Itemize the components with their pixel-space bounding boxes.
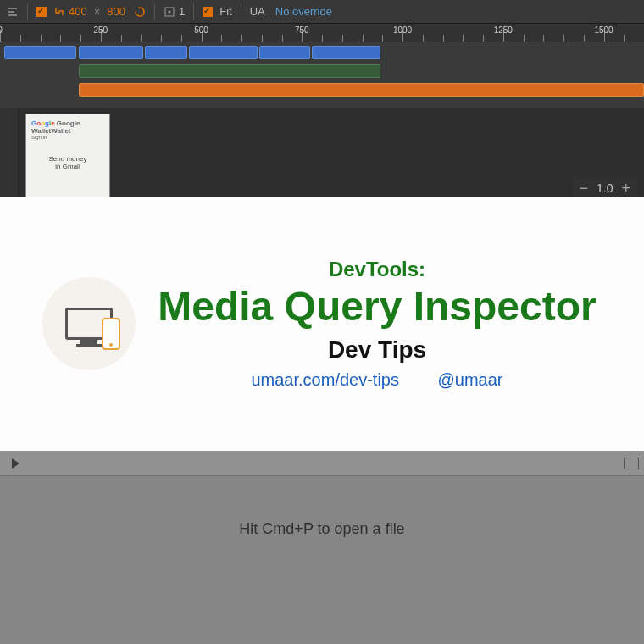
media-query-bars[interactable] bbox=[0, 42, 644, 108]
ua-dropdown[interactable]: No override bbox=[275, 5, 332, 18]
card-headline: Media Query Inspector bbox=[136, 285, 619, 330]
height-input[interactable]: 800 bbox=[107, 5, 125, 18]
panel-layout-button[interactable] bbox=[624, 458, 639, 469]
panel-tab-bar bbox=[0, 451, 644, 476]
viewport-frame[interactable]: Google Google WalletWallet Sign in Send … bbox=[25, 114, 110, 202]
play-button[interactable] bbox=[5, 453, 25, 474]
zoom-out-button[interactable]: − bbox=[580, 180, 589, 196]
sources-panel: Hit Cmd+P to open a file bbox=[0, 451, 644, 644]
separator bbox=[154, 3, 155, 20]
zoom-in-button[interactable]: + bbox=[621, 180, 630, 196]
page-logo: Google Google WalletWallet bbox=[31, 119, 104, 135]
ruler-label: 1000 bbox=[393, 25, 412, 35]
media-query-bar[interactable] bbox=[189, 46, 258, 59]
card-links: umaar.com/dev-tips @umaar bbox=[136, 370, 619, 390]
media-query-ruler: 0250500750100012501500 bbox=[0, 24, 644, 108]
horizontal-ruler: 0250500750100012501500 bbox=[0, 24, 644, 42]
page-body: Send money in Gmail bbox=[31, 155, 104, 170]
device-preview: Google Google WalletWallet Sign in Send … bbox=[0, 108, 644, 206]
media-query-bar[interactable] bbox=[79, 46, 143, 59]
svg-point-1 bbox=[169, 10, 171, 13]
devices-icon bbox=[42, 277, 136, 370]
vertical-ruler bbox=[0, 108, 19, 206]
media-query-bar[interactable] bbox=[79, 64, 380, 78]
media-query-bar[interactable] bbox=[4, 46, 77, 59]
device-toolbar: 400 × 800 1 Fit UA No override bbox=[0, 0, 644, 24]
separator bbox=[241, 3, 242, 20]
play-icon bbox=[12, 458, 19, 469]
link-website[interactable]: umaar.com/dev-tips bbox=[251, 370, 399, 389]
media-query-bar[interactable] bbox=[312, 46, 380, 59]
ruler-label: 1250 bbox=[494, 25, 513, 35]
media-query-bar[interactable] bbox=[145, 46, 187, 59]
ruler-label: 250 bbox=[93, 25, 108, 35]
ruler-label: 0 bbox=[0, 25, 3, 35]
ruler-label: 750 bbox=[295, 25, 309, 35]
page-subtext: Sign in bbox=[31, 135, 104, 140]
ruler-label: 1500 bbox=[594, 25, 613, 35]
drawer-icon[interactable] bbox=[7, 6, 19, 18]
ua-label: UA bbox=[250, 5, 265, 18]
phone-icon bbox=[102, 318, 120, 350]
empty-hint: Hit Cmd+P to open a file bbox=[0, 520, 644, 538]
card-eyebrow: DevTools: bbox=[136, 258, 619, 281]
separator bbox=[193, 3, 194, 20]
body-line: Send money bbox=[31, 155, 104, 163]
device-mode-checkbox[interactable] bbox=[36, 7, 47, 17]
zoom-value: 1.0 bbox=[597, 181, 613, 195]
separator bbox=[27, 3, 28, 20]
dim-separator: × bbox=[94, 5, 101, 18]
media-query-bar[interactable] bbox=[259, 46, 309, 59]
fit-label: Fit bbox=[219, 5, 231, 18]
card-text: DevTools: Media Query Inspector Dev Tips… bbox=[136, 258, 619, 390]
card-subhead: Dev Tips bbox=[136, 336, 619, 364]
fit-checkbox[interactable] bbox=[203, 7, 213, 17]
dpr-icon bbox=[164, 6, 175, 18]
rotate-icon[interactable] bbox=[53, 6, 65, 18]
dpr-value[interactable]: 1 bbox=[179, 5, 185, 18]
width-input[interactable]: 400 bbox=[69, 5, 87, 18]
body-line: in Gmail bbox=[31, 163, 104, 170]
title-card: DevTools: Media Query Inspector Dev Tips… bbox=[0, 197, 644, 451]
media-query-bar[interactable] bbox=[79, 83, 644, 97]
swap-icon[interactable] bbox=[134, 6, 146, 18]
ruler-label: 500 bbox=[194, 25, 208, 35]
link-twitter[interactable]: @umaar bbox=[438, 370, 503, 389]
